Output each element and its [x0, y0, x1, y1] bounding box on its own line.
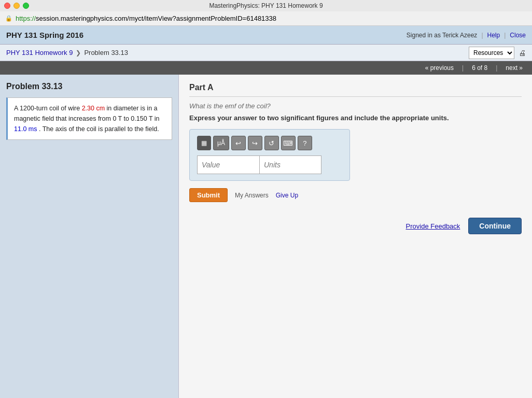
- bottom-actions: Provide Feedback Continue: [189, 212, 522, 234]
- problem-text: A 1200-turn coil of wire 2.30 cm in diam…: [14, 103, 165, 134]
- time-value: 11.0 ms: [14, 125, 37, 133]
- submit-button[interactable]: Submit: [189, 188, 228, 202]
- grid-icon: ▦: [201, 139, 207, 147]
- value-input[interactable]: [197, 155, 259, 174]
- mu-icon: μÅ: [217, 139, 225, 147]
- redo-button[interactable]: ↪: [248, 136, 262, 150]
- nav-right: Signed in as Terick Azeez | Help | Close: [407, 32, 526, 39]
- title-bar: MasteringPhysics: PHY 131 Homework 9: [0, 0, 532, 11]
- minimize-window-btn[interactable]: [13, 3, 20, 9]
- problem-title: Problem 33.13: [6, 82, 172, 91]
- reset-icon: ↺: [269, 139, 274, 147]
- undo-button[interactable]: ↩: [231, 136, 246, 150]
- url-bar: 🔒 https://session.masteringphysics.com/m…: [0, 11, 532, 26]
- toolbar: ▦ μÅ ↩ ↪ ↺ ⌨ ?: [197, 136, 342, 150]
- pagination-sep1: |: [458, 64, 468, 72]
- undo-icon: ↩: [235, 139, 241, 147]
- window-controls: [4, 3, 29, 9]
- breadcrumb-bar: PHY 131 Homework 9 ❯ Problem 33.13 Resou…: [0, 45, 532, 61]
- left-panel: Problem 33.13 A 1200-turn coil of wire 2…: [0, 75, 179, 398]
- breadcrumb-current: Problem 33.13: [84, 49, 128, 56]
- mu-tool-button[interactable]: μÅ: [213, 136, 229, 150]
- pagination-bar: « previous | 6 of 8 | next »: [0, 61, 532, 75]
- site-title: PHY 131 Spring 2016: [6, 31, 83, 39]
- top-nav: PHY 131 Spring 2016 Signed in as Terick …: [0, 26, 532, 45]
- url-domain: session.masteringphysics.com: [36, 15, 127, 22]
- keyboard-button[interactable]: ⌨: [281, 136, 296, 150]
- current-page: 6 of 8: [468, 64, 492, 72]
- close-link[interactable]: Close: [510, 32, 526, 39]
- url-protocol: https://: [16, 15, 36, 22]
- breadcrumb-right: Resources 🖨: [469, 47, 526, 59]
- signed-in-label: Signed in as Terick Azeez: [407, 32, 478, 39]
- main-content: Problem 33.13 A 1200-turn coil of wire 2…: [0, 75, 532, 398]
- previous-link[interactable]: « previous: [421, 64, 458, 72]
- help-icon: ?: [303, 139, 306, 147]
- part-title: Part A: [189, 83, 522, 97]
- redo-icon: ↪: [252, 139, 258, 147]
- print-button[interactable]: 🖨: [519, 49, 526, 57]
- url-path: /myct/itemView?assignmentProblemID=61481…: [127, 15, 276, 22]
- question-text: What is the emf of the coil?: [189, 102, 522, 110]
- input-row: [197, 155, 342, 174]
- units-input[interactable]: [259, 155, 321, 174]
- submit-row: Submit My Answers Give Up: [189, 188, 522, 202]
- pagination-sep2: |: [492, 64, 501, 72]
- field-end: 0.150 T: [131, 115, 152, 122]
- keyboard-icon: ⌨: [283, 139, 293, 147]
- breadcrumb-separator: ❯: [76, 49, 81, 56]
- problem-box: A 1200-turn coil of wire 2.30 cm in diam…: [6, 97, 172, 140]
- instructions: Express your answer to two significant f…: [189, 114, 522, 122]
- help-link[interactable]: Help: [487, 32, 500, 39]
- resources-dropdown[interactable]: Resources: [469, 47, 514, 59]
- next-link[interactable]: next »: [501, 64, 527, 72]
- breadcrumb: PHY 131 Homework 9 ❯ Problem 33.13: [6, 49, 128, 56]
- window-title: MasteringPhysics: PHY 131 Homework 9: [209, 2, 323, 9]
- reset-button[interactable]: ↺: [264, 136, 279, 150]
- nav-separator: |: [481, 32, 483, 39]
- nav-separator2: |: [504, 32, 506, 39]
- diameter-value: 2.30 cm: [82, 105, 105, 112]
- url-text: https://session.masteringphysics.com/myc…: [16, 15, 276, 22]
- continue-button[interactable]: Continue: [468, 218, 522, 234]
- right-panel: Part A What is the emf of the coil? Expr…: [179, 75, 532, 398]
- feedback-link[interactable]: Provide Feedback: [406, 222, 460, 230]
- answer-container: ▦ μÅ ↩ ↪ ↺ ⌨ ?: [189, 129, 350, 181]
- help-tool-button[interactable]: ?: [298, 136, 312, 150]
- lock-icon: 🔒: [5, 15, 12, 22]
- my-answers-label: My Answers: [235, 192, 269, 199]
- grid-tool-button[interactable]: ▦: [197, 136, 211, 150]
- close-window-btn[interactable]: [4, 3, 10, 9]
- homework-link[interactable]: PHY 131 Homework 9: [6, 49, 73, 56]
- field-start: 0 T: [113, 115, 122, 122]
- maximize-window-btn[interactable]: [23, 3, 29, 9]
- give-up-link[interactable]: Give Up: [276, 192, 298, 199]
